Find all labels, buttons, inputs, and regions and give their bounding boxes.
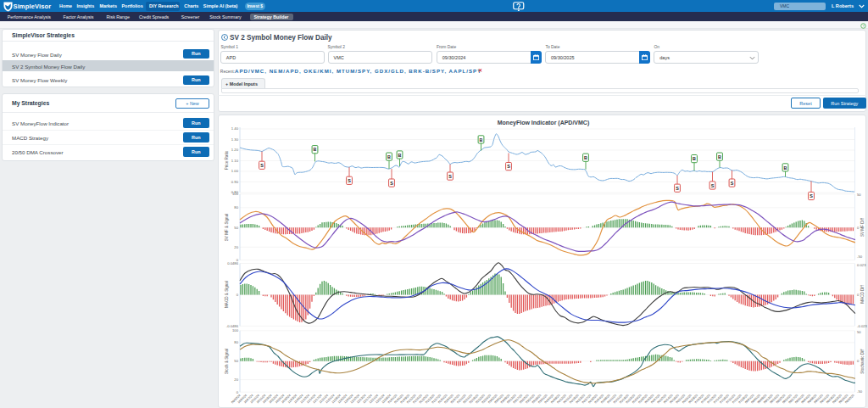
svg-text:1.40: 1.40 [231, 126, 239, 131]
svg-text:1.00: 1.00 [231, 169, 239, 173]
svg-text:50: 50 [857, 330, 861, 334]
svg-text:-50: -50 [857, 254, 863, 259]
svg-text:Stochastic Diff: Stochastic Diff [860, 349, 865, 374]
svg-text:50: 50 [234, 226, 238, 230]
svg-text:100: 100 [232, 192, 239, 196]
svg-text:B: B [718, 154, 721, 159]
svg-text:0.90: 0.90 [231, 180, 239, 184]
svg-text:S: S [260, 163, 264, 168]
svg-text:80: 80 [234, 205, 238, 210]
svg-text:MACD Diff: MACD Diff [860, 284, 865, 303]
svg-text:SV MF Diff: SV MF Diff [860, 217, 865, 237]
svg-text:B: B [784, 165, 787, 170]
svg-text:MACD & Signal: MACD & Signal [225, 281, 229, 308]
svg-text:MoneyFlow Indicator (APD/VMC): MoneyFlow Indicator (APD/VMC) [498, 120, 590, 126]
svg-text:SV MF & Signal: SV MF & Signal [225, 214, 229, 241]
svg-text:20: 20 [234, 245, 238, 249]
svg-text:20: 20 [234, 377, 238, 382]
svg-text:100: 100 [232, 328, 239, 333]
svg-text:S: S [731, 181, 734, 186]
svg-text:1.20: 1.20 [231, 148, 239, 152]
svg-text:B: B [584, 155, 587, 160]
svg-text:0: 0 [857, 359, 860, 363]
svg-text:0: 0 [857, 293, 860, 297]
svg-text:0.023: 0.023 [857, 263, 866, 267]
svg-text:0: 0 [236, 293, 239, 297]
svg-text:B: B [398, 153, 402, 158]
svg-text:B: B [693, 156, 696, 161]
svg-text:1.10: 1.10 [231, 159, 239, 163]
svg-text:Price Ratio: Price Ratio [225, 150, 229, 170]
svg-text:0: 0 [857, 226, 860, 230]
svg-text:?: ? [862, 24, 865, 28]
svg-text:50: 50 [234, 359, 238, 363]
svg-text:-0.023: -0.023 [857, 324, 868, 328]
svg-text:50: 50 [857, 193, 861, 197]
svg-text:80: 80 [234, 340, 238, 344]
svg-text:B: B [480, 137, 483, 143]
svg-text:B: B [387, 154, 391, 159]
svg-text:-50: -50 [857, 389, 863, 394]
svg-text:S: S [348, 178, 351, 183]
svg-text:1.30: 1.30 [231, 137, 239, 142]
svg-text:S: S [390, 181, 393, 186]
svg-text:0.0486: 0.0486 [227, 261, 238, 265]
svg-text:S: S [676, 186, 679, 191]
svg-text:-0.0486: -0.0486 [226, 324, 239, 328]
svg-text:S: S [711, 183, 715, 188]
svg-text:Stoch & Signal: Stoch & Signal [225, 349, 229, 374]
svg-text:S: S [507, 164, 510, 169]
svg-text:S: S [448, 174, 452, 179]
svg-text:B: B [314, 147, 317, 152]
svg-text:S: S [810, 193, 813, 198]
